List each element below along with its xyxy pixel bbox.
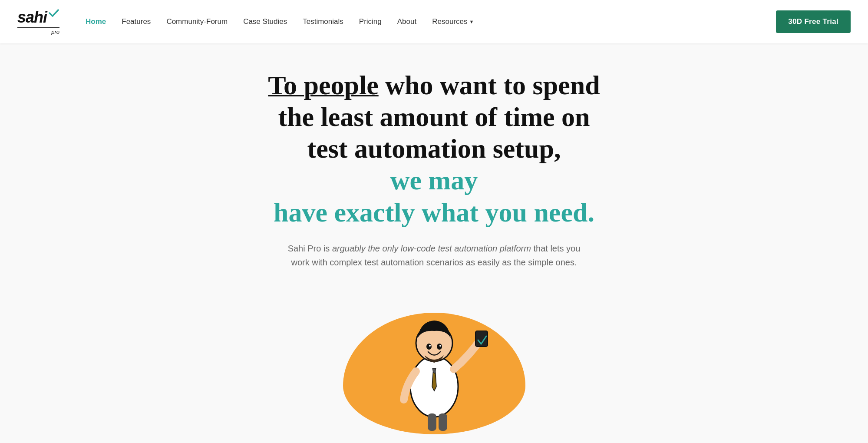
nav-link-features[interactable]: Features: [122, 17, 151, 26]
hero-heading-line3: test automation setup,: [307, 134, 561, 163]
free-trial-button[interactable]: 30D Free Trial: [776, 10, 851, 33]
nav-link-community[interactable]: Community-Forum: [166, 17, 228, 26]
chevron-down-icon: ▼: [469, 19, 474, 24]
nav-item-resources[interactable]: Resources ▼: [432, 17, 474, 26]
svg-point-5: [439, 345, 441, 347]
nav-link-about[interactable]: About: [397, 17, 416, 26]
nav-item-home[interactable]: Home: [86, 17, 106, 26]
nav-link-testimonials[interactable]: Testimonials: [303, 17, 343, 26]
nav-item-about[interactable]: About: [397, 17, 416, 26]
svg-rect-10: [439, 413, 447, 431]
person-illustration: [369, 295, 499, 434]
nav-item-testimonials[interactable]: Testimonials: [303, 17, 343, 26]
nav-links: Home Features Community-Forum Case Studi…: [86, 17, 776, 26]
svg-point-3: [437, 344, 442, 350]
nav-item-pricing[interactable]: Pricing: [359, 17, 382, 26]
hero-subtext: Sahi Pro is arguably the only low-code t…: [287, 241, 582, 269]
nav-item-case-studies[interactable]: Case Studies: [243, 17, 287, 26]
navbar: sahi pro Home Features Community-Forum C…: [0, 0, 868, 43]
hero-heading: To people who want to spend the least am…: [268, 69, 600, 228]
hero-heading-green-line1: we may: [390, 165, 478, 195]
nav-link-home[interactable]: Home: [86, 17, 106, 26]
hero-subtext-italic: arguably the only low-code test automati…: [332, 244, 531, 253]
hero-heading-line2: the least amount of time on: [278, 102, 590, 132]
nav-link-case-studies[interactable]: Case Studies: [243, 17, 287, 26]
nav-link-resources[interactable]: Resources ▼: [432, 17, 474, 26]
logo-checkmark-icon: [48, 7, 59, 19]
logo-underline: [17, 27, 59, 28]
svg-point-2: [426, 344, 432, 350]
nav-link-pricing[interactable]: Pricing: [359, 17, 382, 26]
logo-pro-text: pro: [51, 29, 59, 35]
svg-rect-9: [428, 413, 436, 431]
hero-illustration: [330, 295, 538, 434]
logo-sahi-text: sahi: [17, 8, 47, 26]
hero-heading-line1-rest: who want to spend: [379, 70, 600, 100]
hero-section: To people who want to spend the least am…: [0, 43, 868, 434]
hero-subtext-plain1: Sahi Pro is: [288, 244, 332, 253]
nav-item-community[interactable]: Community-Forum: [166, 17, 228, 26]
svg-point-4: [429, 345, 431, 347]
hero-heading-green-line2: have exactly what you need.: [274, 198, 594, 227]
logo[interactable]: sahi pro: [17, 8, 59, 35]
hero-heading-underlined: To people: [268, 70, 378, 100]
nav-item-features[interactable]: Features: [122, 17, 151, 26]
